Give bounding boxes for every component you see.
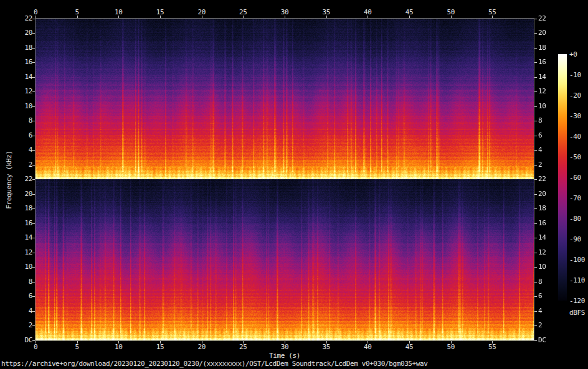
freq-tick-mark-left [32,238,35,238]
x-tick-label-bottom: 30 [281,343,288,351]
freq-tick-label-right: DC [538,336,546,344]
freq-tick-label-left: 14 [11,233,32,241]
freq-tick-mark-left [32,150,35,151]
freq-tick-label-left: 4 [11,307,32,315]
freq-tick-label-right: 4 [538,146,542,154]
freq-tick-mark-right [534,238,537,238]
freq-tick-mark-left [32,19,35,19]
freq-tick-mark-right [534,165,537,166]
colorbar-tick-label: -60 [569,174,581,182]
x-tick-label-bottom: 0 [34,343,37,351]
freq-tick-label-right: 16 [538,58,546,66]
x-tick-mark-top [160,16,161,18]
freq-tick-label-right: 22 [538,175,546,183]
x-tick-mark-top [326,16,327,18]
freq-tick-mark-right [534,194,537,195]
freq-tick-mark-left [32,48,35,49]
x-tick-label-bottom: 55 [488,343,496,351]
freq-tick-label-right: 6 [538,292,542,300]
freq-tick-mark-left [32,62,35,63]
freq-tick-mark-left [32,296,35,297]
x-tick-label-bottom: 20 [197,343,205,351]
freq-tick-mark-right [534,106,537,107]
x-tick-mark-top [118,16,119,18]
freq-tick-mark-left [32,340,35,341]
spectrogram-figure: Frequency (kHz) dBFS Time (s) https://ar… [0,0,588,369]
freq-tick-mark-left [32,106,35,107]
freq-tick-label-left: 12 [11,248,32,256]
freq-tick-label-right: 18 [538,204,546,212]
freq-tick-mark-left [32,267,35,268]
colorbar-tick-label: -40 [569,133,581,141]
freq-tick-mark-right [534,340,537,341]
freq-tick-mark-right [534,150,537,151]
freq-tick-label-left: 10 [11,102,32,110]
freq-tick-label-left: 4 [11,146,32,154]
freq-tick-mark-left [32,223,35,224]
freq-tick-label-right: 16 [538,219,546,227]
colorbar-tick-label: -90 [569,235,581,243]
freq-tick-label-left: 10 [11,263,32,271]
freq-tick-label-right: 8 [538,278,542,286]
colorbar-scale [558,54,567,301]
freq-tick-label-right: 12 [538,248,546,256]
x-tick-mark-top [77,16,78,18]
freq-tick-label-left: 14 [11,73,32,81]
spectrogram-panels [35,18,534,341]
x-tick-mark-top [285,16,285,18]
freq-tick-label-left: 12 [11,87,32,95]
freq-tick-label-left: 20 [11,29,32,37]
freq-tick-mark-left [32,121,35,121]
colorbar-tick-label: -110 [569,276,585,284]
x-tick-mark-top [492,16,493,18]
freq-tick-mark-right [534,325,537,326]
x-tick-mark-top [451,16,452,18]
colorbar-tick-label: -30 [569,112,581,120]
x-tick-mark-top [202,16,202,18]
x-tick-mark-top [409,16,410,18]
freq-tick-label-left: DC [11,336,32,344]
freq-tick-mark-right [534,311,537,312]
x-tick-label-bottom: 15 [156,343,164,351]
freq-tick-label-left: 16 [11,219,32,227]
x-tick-mark-top [36,16,36,18]
colorbar-tick-label: -100 [569,256,585,264]
x-tick-mark-top [368,16,368,18]
freq-tick-mark-right [534,208,537,209]
freq-tick-mark-right [534,91,537,92]
freq-tick-label-right: 20 [538,29,546,37]
colorbar-tick-label: -120 [569,297,585,305]
colorbar-unit-label: dBFS [569,309,585,317]
freq-tick-label-right: 10 [538,102,546,110]
freq-tick-mark-left [32,194,35,195]
colorbar-tick-label: +0 [569,50,577,58]
freq-tick-mark-left [32,136,35,136]
freq-tick-label-right: 22 [538,14,546,22]
freq-tick-mark-right [534,48,537,49]
freq-tick-mark-left [32,179,35,180]
freq-tick-mark-left [32,282,35,283]
colorbar-tick-label: -10 [569,71,581,79]
freq-tick-label-right: 8 [538,116,542,124]
freq-tick-label-right: 14 [538,73,546,81]
freq-tick-label-right: 4 [538,307,542,315]
colorbar-tick-label: -80 [569,215,581,223]
freq-tick-mark-left [32,165,35,166]
freq-tick-mark-right [534,77,537,78]
freq-tick-mark-left [32,77,35,78]
freq-tick-mark-right [534,267,537,268]
x-tick-label-bottom: 50 [447,343,454,351]
freq-tick-label-right: 18 [538,44,546,52]
source-url: https://archive+org/download/20230120_20… [1,360,427,368]
freq-tick-mark-left [32,253,35,253]
colorbar-tick-label: -70 [569,194,581,202]
freq-tick-label-left: 6 [11,131,32,139]
x-tick-label-bottom: 10 [115,343,122,351]
freq-tick-label-left: 22 [11,14,32,22]
freq-tick-mark-right [534,136,537,136]
freq-tick-mark-left [32,208,35,209]
x-tick-label-bottom: 45 [405,343,413,351]
freq-tick-mark-left [32,325,35,326]
freq-tick-mark-left [32,91,35,92]
freq-tick-label-left: 8 [11,116,32,124]
